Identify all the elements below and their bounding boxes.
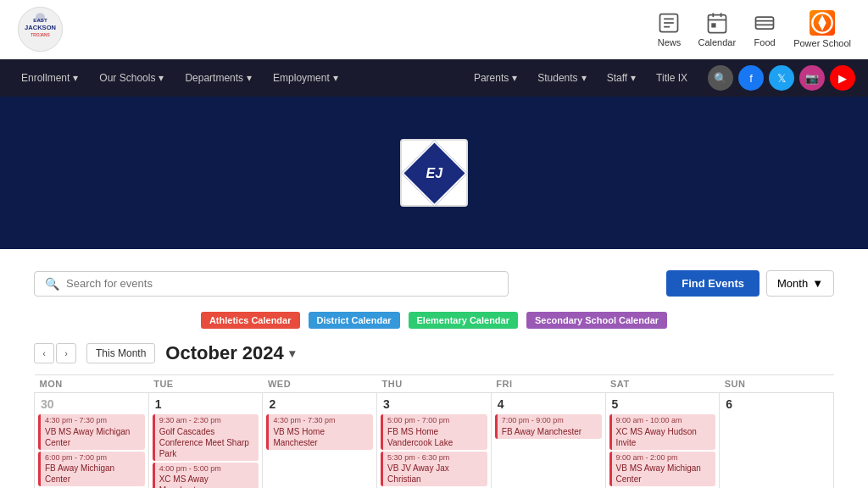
table-row: 30 4:30 pm - 7:30 pm VB MS Away Michigan…: [35, 393, 149, 489]
list-item[interactable]: 9:30 am - 2:30 pm Golf Cascades Conferen…: [153, 414, 259, 461]
youtube-button[interactable]: ▶: [830, 65, 855, 91]
find-events-button[interactable]: Find Events: [666, 270, 760, 297]
hero-diamond: EJ: [401, 140, 467, 206]
next-month-button[interactable]: ›: [56, 343, 76, 363]
calendar-content: 🔍 Find Events Month ▼ Athletics Calendar…: [0, 249, 868, 488]
nav-enrollment[interactable]: Enrollment ▾: [13, 59, 86, 97]
calendar-icon: [705, 11, 729, 35]
list-item[interactable]: 7:00 pm - 9:00 pm FB Away Manchester: [495, 414, 602, 439]
list-item[interactable]: 4:30 pm - 7:30 pm VB MS Home Manchester: [266, 414, 373, 450]
svg-point-4: [36, 13, 45, 22]
calendar-title-arrow[interactable]: ▾: [289, 347, 295, 360]
svg-rect-9: [708, 15, 726, 33]
nav-bar: Enrollment ▾ Our Schools ▾ Departments ▾…: [0, 59, 868, 97]
list-item[interactable]: 6:00 pm - 7:00 pm FB Away Michigan Cente…: [38, 452, 145, 487]
power-school-link[interactable]: Power School: [793, 10, 851, 48]
search-input[interactable]: [66, 277, 498, 290]
list-item[interactable]: 9:00 am - 2:00 pm VB MS Away Michigan Ce…: [609, 452, 716, 487]
this-month-button[interactable]: This Month: [86, 343, 155, 363]
legend-secondary[interactable]: Secondary School Calendar: [526, 312, 667, 329]
legend-elementary[interactable]: Elementary Calendar: [409, 312, 518, 329]
col-sat: SAT: [605, 375, 720, 393]
news-icon: [657, 11, 681, 35]
col-mon: MON: [35, 375, 149, 393]
calendar-header: ‹ › This Month October 2024 ▾: [34, 342, 834, 364]
nav-right: Parents ▾ Students ▾ Staff ▾ Title IX 🔍 …: [467, 59, 855, 97]
list-item[interactable]: 5:00 pm - 7:00 pm FB MS Home Vandercook …: [381, 414, 487, 450]
hero-logo: EJ: [400, 139, 468, 207]
nav-staff[interactable]: Staff ▾: [600, 59, 643, 97]
hero-initials: EJ: [426, 165, 442, 180]
calendar-header-row: MON TUE WED THU FRI SAT SUN: [35, 375, 834, 393]
table-row: 3 5:00 pm - 7:00 pm FB MS Home Vandercoo…: [377, 393, 492, 489]
prev-month-button[interactable]: ‹: [34, 343, 54, 363]
top-bar: EAST JACKSON TROJANS News Calendar: [0, 0, 868, 59]
table-row: 6: [720, 393, 834, 489]
calendar-nav: ‹ ›: [34, 343, 76, 363]
col-wed: WED: [263, 375, 377, 393]
legend-athletics[interactable]: Athletics Calendar: [201, 312, 300, 329]
calendar-grid: MON TUE WED THU FRI SAT SUN 30 4:30 pm -…: [34, 374, 834, 488]
instagram-button[interactable]: 📷: [799, 65, 825, 91]
day-number: 1: [153, 396, 259, 412]
nav-departments[interactable]: Departments ▾: [176, 59, 260, 97]
table-row: 5 9:00 am - 10:00 am XC MS Away Hudson I…: [605, 393, 720, 489]
nav-social: 🔍 f 𝕏 📷 ▶: [708, 65, 855, 91]
day-number: 5: [609, 396, 716, 412]
day-number: 3: [381, 396, 487, 412]
nav-parents[interactable]: Parents ▾: [467, 59, 524, 97]
nav-employment[interactable]: Employment ▾: [264, 59, 347, 97]
day-number: 2: [266, 396, 373, 412]
legend-area: Athletics Calendar District Calendar Ele…: [34, 312, 834, 329]
svg-rect-13: [712, 24, 715, 26]
svg-rect-14: [756, 17, 774, 29]
nav-our-schools[interactable]: Our Schools ▾: [91, 59, 172, 97]
list-item[interactable]: 9:00 am - 10:00 am XC MS Away Hudson Inv…: [609, 414, 716, 450]
col-tue: TUE: [148, 375, 263, 393]
day-number: 4: [495, 396, 602, 412]
table-row: 1 9:30 am - 2:30 pm Golf Cascades Confer…: [148, 393, 263, 489]
top-icons-area: News Calendar Food: [657, 10, 851, 48]
food-link[interactable]: Food: [753, 11, 776, 47]
facebook-button[interactable]: f: [738, 65, 764, 91]
nav-title-ix[interactable]: Title IX: [649, 59, 694, 97]
col-fri: FRI: [491, 375, 605, 393]
svg-text:JACKSON: JACKSON: [25, 24, 56, 31]
table-row: 4 7:00 pm - 9:00 pm FB Away Manchester: [491, 393, 605, 489]
power-school-icon: [810, 10, 835, 36]
nav-left: Enrollment ▾ Our Schools ▾ Departments ▾…: [13, 59, 347, 97]
legend-district[interactable]: District Calendar: [309, 312, 400, 329]
nav-students[interactable]: Students ▾: [531, 59, 593, 97]
list-item[interactable]: 5:30 pm - 6:30 pm VB JV Away Jax Christi…: [381, 452, 487, 487]
calendar-title: October 2024 ▾: [165, 342, 294, 364]
calendar-week-1: 30 4:30 pm - 7:30 pm VB MS Away Michigan…: [35, 393, 834, 489]
search-button[interactable]: 🔍: [708, 65, 733, 91]
month-dropdown[interactable]: Month ▼: [766, 270, 834, 297]
day-number: 6: [723, 396, 830, 412]
food-icon: [753, 11, 776, 35]
search-area: 🔍 Find Events Month ▼: [34, 270, 834, 297]
list-item[interactable]: 4:30 pm - 7:30 pm VB MS Away Michigan Ce…: [38, 414, 145, 450]
search-input-wrap[interactable]: 🔍: [34, 271, 509, 297]
table-row: 2 4:30 pm - 7:30 pm VB MS Home Mancheste…: [263, 393, 377, 489]
col-sun: SUN: [720, 375, 834, 393]
news-link[interactable]: News: [657, 11, 681, 47]
col-thu: THU: [377, 375, 492, 393]
school-logo: EAST JACKSON TROJANS: [17, 6, 64, 53]
logo-area: EAST JACKSON TROJANS: [17, 6, 64, 53]
svg-text:TROJANS: TROJANS: [31, 33, 49, 37]
calendar-link[interactable]: Calendar: [698, 11, 736, 47]
day-number: 30: [38, 396, 145, 412]
twitter-button[interactable]: 𝕏: [769, 65, 794, 91]
search-icon: 🔍: [45, 277, 59, 291]
list-item[interactable]: 4:00 pm - 5:00 pm XC MS Away Manchester: [153, 463, 259, 488]
hero-banner: EJ: [0, 97, 868, 249]
search-actions: Find Events Month ▼: [666, 270, 834, 297]
